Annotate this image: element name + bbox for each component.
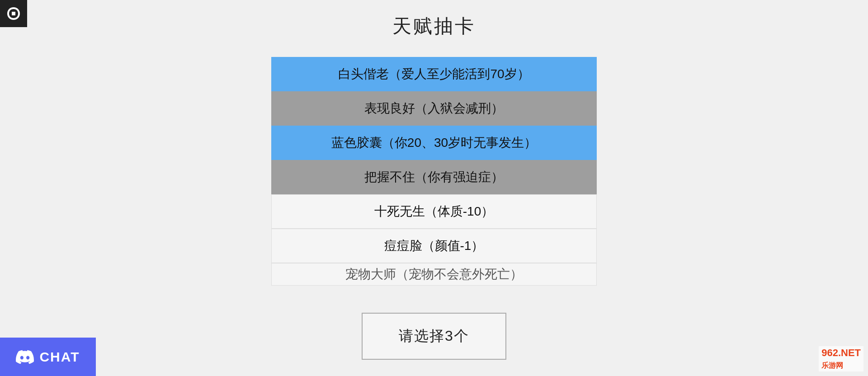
list-item[interactable]: 十死无生（体质-10） <box>271 194 597 229</box>
list-item[interactable]: 把握不住（你有强迫症） <box>271 160 597 194</box>
list-item[interactable]: 蓝色胶囊（你20、30岁时无事发生） <box>271 126 597 160</box>
list-item[interactable]: 痘痘脸（颜值-1） <box>271 229 597 263</box>
action-button[interactable]: 请选择3个 <box>362 313 506 360</box>
discord-icon <box>16 348 34 366</box>
items-list: 白头偕老（爱人至少能活到70岁）表现良好（入狱会减刑）蓝色胶囊（你20、30岁时… <box>271 57 597 286</box>
chat-button-label: CHAT <box>39 349 80 365</box>
main-container: 天赋抽卡 白头偕老（爱人至少能活到70岁）表现良好（入狱会减刑）蓝色胶囊（你20… <box>0 0 868 360</box>
watermark: 962.NET 乐游网 <box>819 346 863 371</box>
logo-icon <box>5 5 22 22</box>
logo <box>0 0 27 27</box>
list-item[interactable]: 宠物大师（宠物不会意外死亡） <box>271 263 597 286</box>
page-title: 天赋抽卡 <box>392 14 476 39</box>
list-item[interactable]: 表现良好（入狱会减刑） <box>271 91 597 126</box>
list-item[interactable]: 白头偕老（爱人至少能活到70岁） <box>271 57 597 91</box>
chat-button[interactable]: CHAT <box>0 338 96 376</box>
